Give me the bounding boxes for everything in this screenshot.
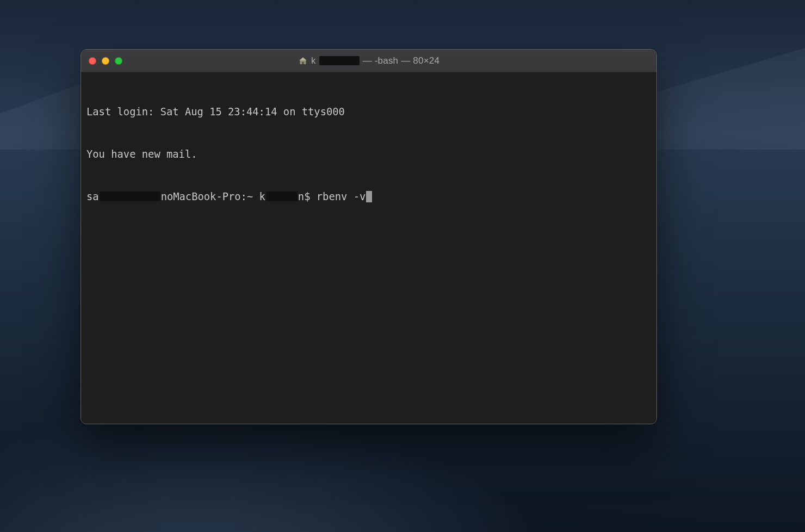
minimize-button[interactable] bbox=[102, 57, 109, 65]
terminal-line-mail: You have new mail. bbox=[86, 147, 651, 162]
terminal-cursor bbox=[366, 191, 372, 202]
window-title: k — -bash — 80×24 bbox=[81, 55, 657, 66]
prompt-mid: noMacBook-Pro:~ k bbox=[161, 190, 265, 204]
terminal-line-last-login: Last login: Sat Aug 15 23:44:14 on ttys0… bbox=[86, 105, 651, 119]
redacted-username-segment bbox=[266, 191, 298, 201]
terminal-body[interactable]: Last login: Sat Aug 15 23:44:14 on ttys0… bbox=[81, 72, 657, 424]
close-button[interactable] bbox=[89, 57, 96, 65]
terminal-window: k — -bash — 80×24 Last login: Sat Aug 15… bbox=[81, 49, 657, 424]
home-icon bbox=[298, 56, 308, 66]
title-prefix: k bbox=[311, 55, 316, 66]
traffic-lights bbox=[81, 57, 122, 65]
zoom-button[interactable] bbox=[115, 57, 122, 65]
redacted-hostname-segment bbox=[100, 191, 160, 201]
titlebar[interactable]: k — -bash — 80×24 bbox=[81, 50, 657, 72]
terminal-prompt-line: sanoMacBook-Pro:~ kn$ rbenv -v bbox=[86, 190, 651, 204]
prompt-symbol: $ bbox=[304, 190, 317, 204]
title-suffix: — -bash — 80×24 bbox=[363, 55, 439, 66]
redacted-title-segment bbox=[319, 56, 360, 65]
prompt-user-tail: n bbox=[298, 190, 304, 204]
terminal-command: rbenv -v bbox=[317, 190, 366, 204]
prompt-prefix: sa bbox=[86, 190, 99, 204]
